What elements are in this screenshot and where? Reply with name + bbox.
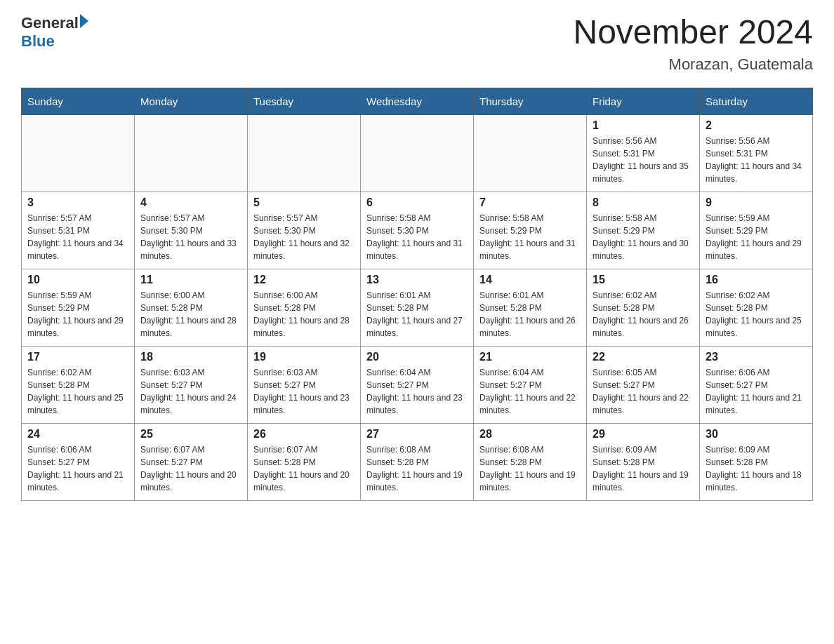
day-info: Sunrise: 6:02 AM Sunset: 5:28 PM Dayligh… bbox=[27, 366, 128, 417]
day-info: Sunrise: 6:00 AM Sunset: 5:28 PM Dayligh… bbox=[253, 289, 355, 340]
day-info: Sunrise: 6:07 AM Sunset: 5:28 PM Dayligh… bbox=[253, 443, 355, 494]
day-number: 9 bbox=[706, 196, 807, 209]
calendar-cell: 13Sunrise: 6:01 AM Sunset: 5:28 PM Dayli… bbox=[361, 269, 474, 346]
day-info: Sunrise: 6:05 AM Sunset: 5:27 PM Dayligh… bbox=[593, 366, 694, 417]
logo: General Blue bbox=[21, 14, 88, 51]
day-number: 30 bbox=[706, 428, 807, 441]
day-number: 6 bbox=[366, 196, 468, 209]
day-number: 13 bbox=[366, 274, 468, 286]
calendar-cell: 4Sunrise: 5:57 AM Sunset: 5:30 PM Daylig… bbox=[135, 192, 248, 269]
day-number: 19 bbox=[253, 351, 355, 363]
calendar-cell bbox=[248, 114, 361, 192]
day-number: 17 bbox=[27, 351, 128, 363]
calendar-week-3: 10Sunrise: 5:59 AM Sunset: 5:29 PM Dayli… bbox=[22, 269, 813, 346]
day-number: 25 bbox=[140, 428, 241, 441]
day-info: Sunrise: 5:58 AM Sunset: 5:29 PM Dayligh… bbox=[593, 212, 694, 262]
logo-blue: Blue bbox=[21, 32, 55, 50]
day-number: 5 bbox=[253, 196, 355, 209]
day-info: Sunrise: 6:01 AM Sunset: 5:28 PM Dayligh… bbox=[366, 289, 468, 340]
calendar-table: Sunday Monday Tuesday Wednesday Thursday… bbox=[21, 88, 813, 501]
calendar-cell: 3Sunrise: 5:57 AM Sunset: 5:31 PM Daylig… bbox=[22, 192, 135, 269]
day-number: 22 bbox=[593, 351, 694, 363]
header-saturday: Saturday bbox=[700, 88, 813, 114]
day-info: Sunrise: 6:04 AM Sunset: 5:27 PM Dayligh… bbox=[366, 366, 468, 417]
calendar-cell: 11Sunrise: 6:00 AM Sunset: 5:28 PM Dayli… bbox=[135, 269, 248, 346]
day-info: Sunrise: 6:08 AM Sunset: 5:28 PM Dayligh… bbox=[366, 443, 468, 494]
calendar-cell: 9Sunrise: 5:59 AM Sunset: 5:29 PM Daylig… bbox=[700, 192, 813, 269]
day-info: Sunrise: 6:09 AM Sunset: 5:28 PM Dayligh… bbox=[706, 443, 807, 494]
calendar-cell: 5Sunrise: 5:57 AM Sunset: 5:30 PM Daylig… bbox=[248, 192, 361, 269]
calendar-cell: 17Sunrise: 6:02 AM Sunset: 5:28 PM Dayli… bbox=[22, 346, 135, 423]
header-sunday: Sunday bbox=[22, 88, 135, 114]
calendar-week-5: 24Sunrise: 6:06 AM Sunset: 5:27 PM Dayli… bbox=[22, 423, 813, 500]
day-info: Sunrise: 6:01 AM Sunset: 5:28 PM Dayligh… bbox=[479, 289, 581, 340]
day-info: Sunrise: 5:59 AM Sunset: 5:29 PM Dayligh… bbox=[27, 289, 128, 340]
calendar-cell: 15Sunrise: 6:02 AM Sunset: 5:28 PM Dayli… bbox=[587, 269, 700, 346]
day-info: Sunrise: 6:09 AM Sunset: 5:28 PM Dayligh… bbox=[593, 443, 694, 494]
day-info: Sunrise: 6:06 AM Sunset: 5:27 PM Dayligh… bbox=[27, 443, 128, 494]
day-number: 27 bbox=[366, 428, 468, 441]
day-info: Sunrise: 6:03 AM Sunset: 5:27 PM Dayligh… bbox=[140, 366, 241, 417]
calendar-cell bbox=[22, 114, 135, 192]
calendar-cell: 25Sunrise: 6:07 AM Sunset: 5:27 PM Dayli… bbox=[135, 423, 248, 500]
calendar-cell: 8Sunrise: 5:58 AM Sunset: 5:29 PM Daylig… bbox=[587, 192, 700, 269]
location-title: Morazan, Guatemala bbox=[573, 55, 813, 74]
day-number: 7 bbox=[479, 196, 581, 209]
day-info: Sunrise: 6:08 AM Sunset: 5:28 PM Dayligh… bbox=[479, 443, 581, 494]
header-thursday: Thursday bbox=[474, 88, 587, 114]
day-number: 2 bbox=[706, 119, 807, 132]
day-number: 18 bbox=[140, 351, 241, 363]
day-number: 26 bbox=[253, 428, 355, 441]
day-info: Sunrise: 5:56 AM Sunset: 5:31 PM Dayligh… bbox=[706, 135, 807, 185]
calendar-cell: 27Sunrise: 6:08 AM Sunset: 5:28 PM Dayli… bbox=[361, 423, 474, 500]
day-number: 16 bbox=[706, 274, 807, 286]
calendar-cell bbox=[474, 114, 587, 192]
day-info: Sunrise: 5:57 AM Sunset: 5:30 PM Dayligh… bbox=[140, 212, 241, 262]
logo-arrow-icon bbox=[80, 14, 88, 28]
day-number: 10 bbox=[27, 274, 128, 286]
month-year-title: November 2024 bbox=[573, 14, 813, 51]
day-number: 11 bbox=[140, 274, 241, 286]
header-monday: Monday bbox=[135, 88, 248, 114]
day-number: 24 bbox=[27, 428, 128, 441]
header-friday: Friday bbox=[587, 88, 700, 114]
calendar-cell: 30Sunrise: 6:09 AM Sunset: 5:28 PM Dayli… bbox=[700, 423, 813, 500]
day-number: 3 bbox=[27, 196, 128, 209]
day-number: 8 bbox=[593, 196, 694, 209]
calendar-week-4: 17Sunrise: 6:02 AM Sunset: 5:28 PM Dayli… bbox=[22, 346, 813, 423]
header-row: Sunday Monday Tuesday Wednesday Thursday… bbox=[22, 88, 813, 114]
day-number: 12 bbox=[253, 274, 355, 286]
day-info: Sunrise: 6:07 AM Sunset: 5:27 PM Dayligh… bbox=[140, 443, 241, 494]
logo-general: General bbox=[21, 14, 79, 32]
calendar-cell: 2Sunrise: 5:56 AM Sunset: 5:31 PM Daylig… bbox=[700, 114, 813, 192]
day-info: Sunrise: 6:03 AM Sunset: 5:27 PM Dayligh… bbox=[253, 366, 355, 417]
day-info: Sunrise: 6:00 AM Sunset: 5:28 PM Dayligh… bbox=[140, 289, 241, 340]
calendar-cell: 28Sunrise: 6:08 AM Sunset: 5:28 PM Dayli… bbox=[474, 423, 587, 500]
calendar-cell: 14Sunrise: 6:01 AM Sunset: 5:28 PM Dayli… bbox=[474, 269, 587, 346]
calendar-cell: 22Sunrise: 6:05 AM Sunset: 5:27 PM Dayli… bbox=[587, 346, 700, 423]
day-info: Sunrise: 5:56 AM Sunset: 5:31 PM Dayligh… bbox=[593, 135, 694, 185]
calendar-cell: 6Sunrise: 5:58 AM Sunset: 5:30 PM Daylig… bbox=[361, 192, 474, 269]
day-info: Sunrise: 6:06 AM Sunset: 5:27 PM Dayligh… bbox=[706, 366, 807, 417]
calendar-cell: 20Sunrise: 6:04 AM Sunset: 5:27 PM Dayli… bbox=[361, 346, 474, 423]
day-number: 23 bbox=[706, 351, 807, 363]
calendar-cell: 21Sunrise: 6:04 AM Sunset: 5:27 PM Dayli… bbox=[474, 346, 587, 423]
day-number: 29 bbox=[593, 428, 694, 441]
day-number: 15 bbox=[593, 274, 694, 286]
calendar-week-2: 3Sunrise: 5:57 AM Sunset: 5:31 PM Daylig… bbox=[22, 192, 813, 269]
calendar-cell: 23Sunrise: 6:06 AM Sunset: 5:27 PM Dayli… bbox=[700, 346, 813, 423]
page-header: General Blue November 2024 Morazan, Guat… bbox=[21, 14, 813, 74]
day-number: 1 bbox=[593, 119, 694, 132]
header-wednesday: Wednesday bbox=[361, 88, 474, 114]
calendar-cell bbox=[361, 114, 474, 192]
day-number: 21 bbox=[479, 351, 581, 363]
calendar-cell: 10Sunrise: 5:59 AM Sunset: 5:29 PM Dayli… bbox=[22, 269, 135, 346]
calendar-cell: 18Sunrise: 6:03 AM Sunset: 5:27 PM Dayli… bbox=[135, 346, 248, 423]
calendar-cell bbox=[135, 114, 248, 192]
calendar-cell: 26Sunrise: 6:07 AM Sunset: 5:28 PM Dayli… bbox=[248, 423, 361, 500]
header-tuesday: Tuesday bbox=[248, 88, 361, 114]
title-section: November 2024 Morazan, Guatemala bbox=[573, 14, 813, 74]
calendar-cell: 24Sunrise: 6:06 AM Sunset: 5:27 PM Dayli… bbox=[22, 423, 135, 500]
calendar-cell: 1Sunrise: 5:56 AM Sunset: 5:31 PM Daylig… bbox=[587, 114, 700, 192]
day-info: Sunrise: 5:59 AM Sunset: 5:29 PM Dayligh… bbox=[706, 212, 807, 262]
